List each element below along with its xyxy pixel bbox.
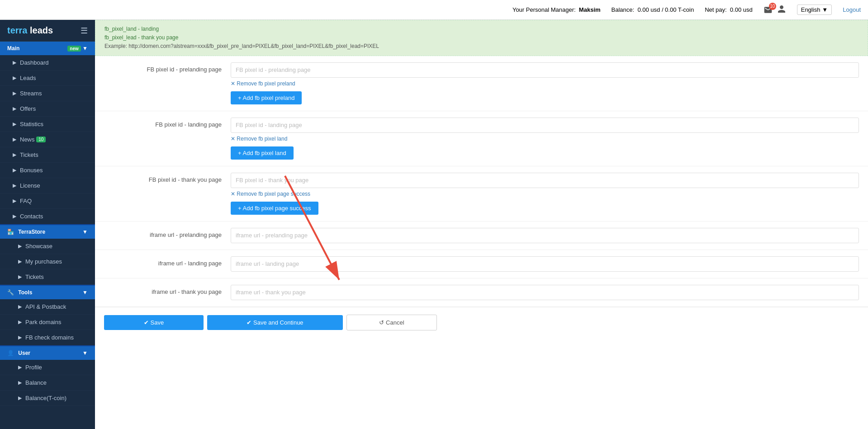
sidebar-item-label: Offers bbox=[20, 105, 36, 112]
form-label-fb-pixel-preland: FB pixel id - prelanding page bbox=[104, 62, 231, 73]
netpay-info: Net pay: 0.00 usd bbox=[705, 6, 753, 13]
sidebar-item-label: FAQ bbox=[20, 198, 32, 204]
fb-pixel-land-input[interactable] bbox=[231, 118, 859, 133]
language-selector[interactable]: English ▼ bbox=[797, 5, 832, 15]
info-box: fb_pixel_land - landing fb_pixel_lead - … bbox=[95, 20, 868, 56]
arrow-icon: ▶ bbox=[13, 198, 16, 204]
sidebar-item-label: API & Postback bbox=[25, 303, 66, 310]
sidebar-item-contacts[interactable]: ▶ Contacts bbox=[0, 209, 95, 224]
arrow-icon: ▶ bbox=[18, 274, 22, 280]
sidebar-header-user[interactable]: 👤 User ▼ bbox=[0, 345, 95, 360]
infobox-line3: Example: http://domen.com?alstream=xxx&f… bbox=[104, 42, 859, 51]
topnav: Your Personal Manager: Maksim Balance: 0… bbox=[0, 0, 868, 20]
sidebar-item-label: FB check domains bbox=[25, 334, 74, 341]
sidebar-item-tickets[interactable]: ▶ Tickets bbox=[0, 147, 95, 163]
sidebar-item-license[interactable]: ▶ License bbox=[0, 178, 95, 193]
remove-fb-pixel-preland-link[interactable]: ✕ Remove fb pixel preland bbox=[231, 80, 295, 87]
sidebar-item-fb-check-domains[interactable]: ▶ FB check domains bbox=[0, 330, 95, 345]
sidebar-item-label: Balance(T-coin) bbox=[25, 395, 66, 401]
arrow-icon: ▶ bbox=[13, 152, 16, 158]
user-icon[interactable] bbox=[777, 5, 786, 15]
sidebar-item-bonuses[interactable]: ▶ Bonuses bbox=[0, 163, 95, 178]
sidebar-item-statistics[interactable]: ▶ Statistics bbox=[0, 117, 95, 132]
form-row-iframe-preland: iframe url - prelanding page bbox=[95, 222, 868, 250]
form-control-iframe-thankyou bbox=[231, 285, 859, 300]
cancel-button[interactable]: ↺ Cancel bbox=[346, 315, 437, 330]
balance-value: 0.00 usd / 0.00 T-coin bbox=[637, 6, 694, 13]
add-fb-pixel-land-button[interactable]: + Add fb pixel land bbox=[231, 146, 294, 160]
sidebar-item-profile[interactable]: ▶ Profile bbox=[0, 360, 95, 375]
sidebar-item-news[interactable]: ▶ News 10 bbox=[0, 132, 95, 147]
iframe-thankyou-input[interactable] bbox=[231, 285, 859, 300]
chevron-icon: ▼ bbox=[82, 350, 88, 356]
add-fb-pixel-thankyou-button[interactable]: + Add fb pixel page success bbox=[231, 202, 318, 215]
add-fb-pixel-preland-button[interactable]: + Add fb pixel preland bbox=[231, 91, 302, 104]
sidebar-item-balance-tcoin[interactable]: ▶ Balance(T-coin) bbox=[0, 391, 95, 406]
fb-pixel-thankyou-input[interactable] bbox=[231, 173, 859, 188]
netpay-value: 0.00 usd bbox=[730, 6, 753, 13]
remove-fb-pixel-thankyou-link[interactable]: ✕ Remove fb pixel page success bbox=[231, 191, 310, 197]
arrow-icon: ▶ bbox=[13, 183, 16, 189]
sidebar-item-showcase[interactable]: ▶ Showcase bbox=[0, 239, 95, 254]
infobox-line1: fb_pixel_land - landing bbox=[104, 25, 859, 33]
sidebar-item-offers[interactable]: ▶ Offers bbox=[0, 101, 95, 117]
arrow-icon: ▶ bbox=[18, 243, 22, 249]
form-label-iframe-land: iframe url - landing page bbox=[104, 256, 231, 267]
sidebar-item-label: License bbox=[20, 182, 40, 189]
sidebar-item-label: Tickets bbox=[25, 273, 44, 280]
sidebar-item-purchases[interactable]: ▶ My purchases bbox=[0, 254, 95, 269]
notif-badge: 10 bbox=[769, 3, 776, 10]
remove-fb-pixel-land-link[interactable]: ✕ Remove fb pixel land bbox=[231, 136, 287, 142]
sidebar-item-streams[interactable]: ▶ Streams bbox=[0, 86, 95, 101]
sidebar-item-park-domains[interactable]: ▶ Park domains bbox=[0, 315, 95, 330]
sidebar-item-dashboard[interactable]: ▶ Dashboard bbox=[0, 55, 95, 71]
sidebar-section-user: 👤 User ▼ ▶ Profile ▶ Balance ▶ Balance(T… bbox=[0, 345, 95, 406]
form-label-iframe-thankyou: iframe url - thank you page bbox=[104, 285, 231, 295]
arrow-icon: ▶ bbox=[13, 137, 16, 142]
notifications-button[interactable]: 10 bbox=[764, 5, 773, 14]
arrow-icon: ▶ bbox=[18, 335, 22, 340]
form-label-fb-pixel-land: FB pixel id - landing page bbox=[104, 118, 231, 128]
sidebar-item-label: Statistics bbox=[20, 121, 43, 127]
logout-button[interactable]: Logout bbox=[843, 6, 861, 13]
sidebar-item-label: Profile bbox=[25, 364, 42, 371]
form-row-iframe-land: iframe url - landing page bbox=[95, 250, 868, 278]
sidebar-item-leads[interactable]: ▶ Leads bbox=[0, 71, 95, 86]
sidebar-item-label: Showcase bbox=[25, 243, 52, 250]
fb-pixel-preland-input[interactable] bbox=[231, 62, 859, 78]
sidebar-item-label: Balance bbox=[25, 379, 47, 386]
sidebar-item-api-postback[interactable]: ▶ API & Postback bbox=[0, 299, 95, 315]
save-continue-button[interactable]: ✔ Save and Continue bbox=[207, 315, 343, 330]
balance-info: Balance: 0.00 usd / 0.00 T-coin bbox=[612, 6, 694, 13]
sidebar-logo: terra leads ☰ bbox=[0, 20, 95, 42]
iframe-preland-input[interactable] bbox=[231, 228, 859, 243]
arrow-icon: ▶ bbox=[13, 167, 16, 173]
balance-label: Balance: bbox=[612, 6, 635, 13]
tools-label: Tools bbox=[18, 289, 32, 296]
hamburger-icon[interactable]: ☰ bbox=[81, 26, 88, 36]
form-control-fb-pixel-preland: ✕ Remove fb pixel preland + Add fb pixel… bbox=[231, 62, 859, 104]
manager-info: Your Personal Manager: Maksim bbox=[512, 6, 601, 13]
form-label-fb-pixel-thankyou: FB pixel id - thank you page bbox=[104, 173, 231, 183]
sidebar-section-main: Main new ▼ ▶ Dashboard ▶ Leads ▶ Streams… bbox=[0, 42, 95, 224]
user-label: User bbox=[18, 350, 30, 356]
form-control-fb-pixel-thankyou: ✕ Remove fb pixel page success + Add fb … bbox=[231, 173, 859, 215]
sidebar-item-label: Tickets bbox=[20, 151, 38, 158]
sidebar-item-label: Streams bbox=[20, 90, 42, 97]
sidebar-item-ts-tickets[interactable]: ▶ Tickets bbox=[0, 269, 95, 285]
sidebar-item-label: Park domains bbox=[25, 319, 61, 325]
sidebar-header-main[interactable]: Main new ▼ bbox=[0, 42, 95, 55]
sidebar-section-terrastore: 🏪 TerraStore ▼ ▶ Showcase ▶ My purchases… bbox=[0, 224, 95, 285]
save-button[interactable]: ✔ Save bbox=[104, 315, 204, 330]
netpay-label: Net pay: bbox=[705, 6, 726, 13]
sidebar-header-terrastore[interactable]: 🏪 TerraStore ▼ bbox=[0, 224, 95, 239]
sidebar-item-label: Contacts bbox=[20, 213, 43, 220]
infobox-line2: fb_pixel_lead - thank you page bbox=[104, 33, 859, 42]
sidebar-item-balance[interactable]: ▶ Balance bbox=[0, 375, 95, 391]
iframe-land-input[interactable] bbox=[231, 256, 859, 272]
arrow-icon: ▶ bbox=[18, 304, 22, 310]
sidebar-item-faq[interactable]: ▶ FAQ bbox=[0, 193, 95, 209]
sidebar-item-label: News bbox=[20, 136, 35, 143]
chevron-icon: ▼ bbox=[82, 229, 88, 235]
sidebar-header-tools[interactable]: 🔧 Tools ▼ bbox=[0, 285, 95, 299]
